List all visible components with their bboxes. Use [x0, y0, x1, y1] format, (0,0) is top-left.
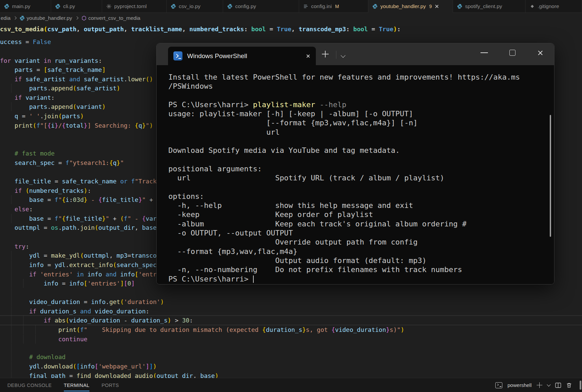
terminal-line: -album Keep each track's original album …	[168, 219, 548, 228]
terminal-dropdown-button[interactable]	[341, 52, 345, 58]
split-terminal-icon[interactable]	[555, 383, 561, 388]
kill-terminal-trash-icon[interactable]	[566, 382, 572, 388]
terminal-line: Install the latest PowerShell for new fe…	[168, 73, 548, 82]
code-token: video_duration	[29, 298, 80, 305]
code-token: (	[66, 317, 69, 324]
code-token: in	[77, 271, 84, 278]
code-token: duration_s	[266, 326, 302, 333]
code-token: :	[26, 243, 29, 250]
code-token: }	[84, 122, 87, 129]
code-token	[84, 271, 87, 278]
code-token: output_dir	[98, 224, 135, 231]
code-line[interactable]: ydl.download([info['webpage_url']])	[0, 362, 582, 371]
terminal-line: url Spotify URL (track / album / playlis…	[168, 173, 548, 182]
terminal-scrollbar[interactable]	[550, 115, 551, 237]
code-token: (	[153, 372, 157, 378]
code-token: append	[51, 85, 73, 92]
code-token: .	[58, 224, 62, 231]
code-token: =	[40, 224, 51, 231]
panel-tab-bar: DEBUG CONSOLETERMINALPORTS	[0, 378, 119, 392]
code-token: parts	[62, 113, 80, 120]
code-token: abs	[55, 317, 66, 324]
panel-tab-ports[interactable]: PORTS	[101, 378, 119, 392]
code-line[interactable]: continue	[0, 335, 582, 344]
code-token	[0, 252, 29, 259]
code-token	[0, 196, 29, 203]
panel-tab-terminal[interactable]: TERMINAL	[64, 378, 90, 392]
code-token: False	[33, 38, 51, 45]
powershell-window[interactable]: Windows PowerShell Install the latest Po…	[156, 43, 554, 285]
terminal-text: /PSWindows	[168, 82, 213, 90]
code-token: uccess	[0, 38, 22, 45]
code-token: in	[44, 57, 51, 64]
terminal-text: PS C:\Users\harri>	[168, 100, 253, 109]
code-token: # fast mode	[14, 150, 54, 157]
code-token	[22, 187, 26, 194]
code-line[interactable]: csv_to_media(csv_path, output_path, trac…	[0, 25, 582, 34]
code-token	[0, 243, 14, 250]
powershell-icon	[173, 51, 182, 60]
shell-label[interactable]: powershell	[507, 382, 532, 388]
code-token: "	[142, 196, 146, 203]
code-token: )	[160, 298, 164, 305]
code-token: .	[47, 103, 51, 110]
code-token: }	[55, 122, 58, 129]
code-line[interactable]	[0, 288, 582, 297]
code-token: info	[80, 363, 94, 370]
minimize-button[interactable]	[473, 45, 495, 60]
code-token	[0, 159, 14, 166]
indent-guide	[11, 214, 11, 223]
code-line[interactable]: if abs(video_duration - duration_s) > 30…	[0, 315, 582, 325]
new-terminal-button[interactable]	[537, 382, 542, 388]
code-line[interactable]: # download	[0, 352, 582, 361]
terminal-profile-chevron-icon[interactable]	[547, 383, 550, 386]
code-line[interactable]: if duration_s and video_duration:	[0, 307, 582, 316]
terminal-text: Override output path from config	[168, 238, 418, 246]
maximize-icon	[509, 50, 515, 56]
code-token: if	[29, 271, 37, 278]
code-token: )	[102, 103, 106, 110]
terminal-tab-close-icon[interactable]	[306, 54, 310, 58]
terminal-text: usage: playlist-maker [-h] [-keep | -alb…	[168, 110, 413, 118]
terminal-title-bar[interactable]: Windows PowerShell	[157, 43, 554, 65]
code-token: q	[138, 122, 142, 129]
indent-guide	[23, 325, 24, 334]
code-token: ydl	[29, 252, 40, 259]
code-token	[0, 94, 14, 101]
code-line[interactable]: print(f" Skipping due to duration mismat…	[0, 325, 582, 334]
code-line[interactable]: video_duration = info.get('duration')	[0, 297, 582, 306]
code-token: info	[120, 271, 135, 278]
code-token: file_title	[14, 178, 51, 185]
panel-tab-debug-console[interactable]: DEBUG CONSOLE	[7, 378, 52, 392]
code-token: )	[215, 372, 218, 378]
code-token: :	[244, 26, 251, 33]
new-terminal-tab-button[interactable]	[322, 51, 329, 59]
code-line[interactable]	[0, 344, 582, 353]
code-token: bool	[353, 26, 368, 33]
code-token: 'entries'	[87, 280, 120, 287]
terminal-tab-windows-powershell[interactable]: Windows PowerShell	[168, 47, 316, 65]
terminal-body[interactable]: Install the latest PowerShell for new fe…	[157, 65, 554, 284]
code-token: ]	[149, 363, 153, 370]
terminal-output: Install the latest PowerShell for new fe…	[168, 73, 548, 284]
code-token: print	[58, 326, 76, 333]
code-token: ] Searching:	[87, 122, 135, 129]
indent-guide	[11, 102, 11, 111]
code-token	[117, 271, 120, 278]
code-token	[40, 57, 44, 64]
code-token	[91, 308, 95, 315]
terminal-panel-icon	[495, 382, 502, 388]
indent-guide	[11, 297, 11, 306]
code-token: base	[142, 224, 157, 231]
code-token: ]	[102, 66, 106, 73]
maximize-button[interactable]	[502, 45, 523, 60]
code-line[interactable]: final_path = find_downloaded_audio(outpu…	[0, 371, 582, 378]
terminal-line	[168, 137, 548, 146]
code-token: :	[51, 94, 55, 101]
close-window-button[interactable]	[530, 45, 551, 60]
code-token: "ytsearch1:	[69, 159, 109, 166]
panel-scrollbar-nub[interactable]	[580, 381, 581, 390]
code-token: try	[14, 243, 26, 250]
indent-guide	[11, 260, 11, 269]
code-token: run_variants	[55, 57, 98, 64]
